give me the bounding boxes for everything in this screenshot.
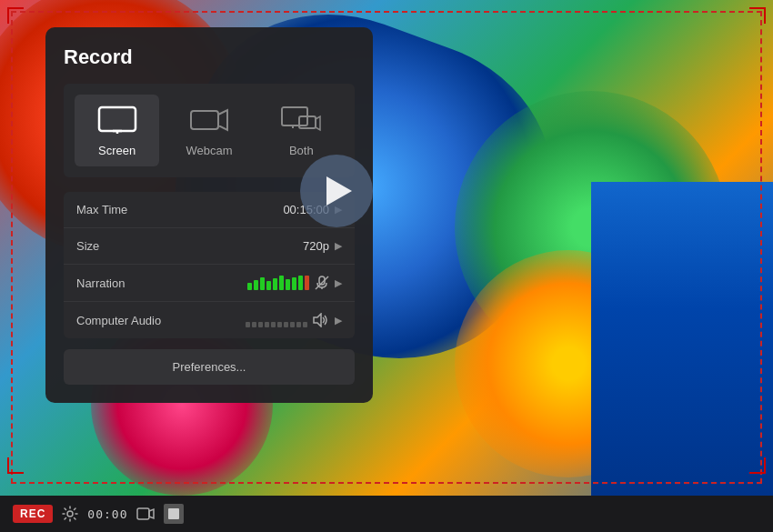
webcam-label: Webcam [186,144,232,157]
svg-rect-15 [137,508,149,519]
svg-marker-9 [316,116,320,130]
webcam-icon [187,104,231,136]
computer-audio-label: Computer Audio [76,314,195,327]
corner-tr [749,7,766,24]
both-label: Both [289,144,314,157]
corner-tl [7,7,24,24]
stop-icon [168,508,179,519]
svg-rect-0 [99,107,136,131]
computer-audio-meter [246,313,307,327]
panel-title: Record [64,45,355,69]
gear-icon [62,506,78,522]
settings-button[interactable] [62,506,78,522]
preferences-button[interactable]: Preferences... [64,349,355,385]
computer-audio-row[interactable]: Computer Audio [64,302,355,338]
computer-audio-chevron: ▶ [335,315,342,326]
narration-meter [247,276,309,290]
mic-icon [315,276,329,290]
size-label: Size [76,239,195,253]
screen-label: Screen [98,144,136,157]
play-icon [326,176,352,206]
size-chevron: ▶ [335,240,342,252]
bottom-toolbar: REC 00:00 [0,496,773,532]
narration-chevron: ▶ [335,277,342,289]
stop-button[interactable] [164,504,184,524]
camera-icon [136,507,155,520]
corner-bl [7,457,24,474]
corner-br [749,457,766,474]
svg-marker-13 [314,314,321,326]
speaker-icon [313,313,329,327]
narration-label: Narration [76,276,195,290]
play-button[interactable] [300,155,373,227]
computer-audio-value: ▶ [195,313,342,327]
screen-icon [95,104,139,136]
mode-webcam-button[interactable]: Webcam [166,95,251,166]
svg-marker-16 [149,509,154,518]
rec-badge: REC [13,505,53,523]
svg-point-14 [67,511,73,517]
both-icon [279,104,323,136]
size-value: 720p ▶ [195,239,342,253]
narration-row[interactable]: Narration [64,265,355,302]
time-display: 00:00 [87,507,127,521]
max-time-label: Max Time [76,203,195,216]
size-row[interactable]: Size 720p ▶ [64,228,355,265]
svg-marker-4 [218,110,227,130]
mode-screen-button[interactable]: Screen [75,95,159,166]
narration-value: ▶ [195,276,342,290]
camera-toggle-button[interactable] [136,507,155,520]
svg-rect-3 [191,111,218,129]
